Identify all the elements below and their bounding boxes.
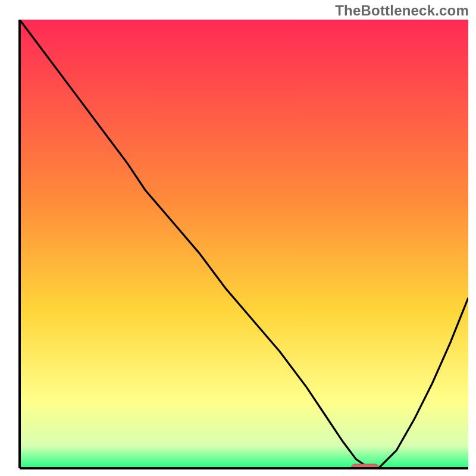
plot-background: [20, 20, 468, 468]
chart-frame: TheBottleneck.com: [0, 0, 476, 476]
bottleneck-chart: [0, 0, 476, 476]
watermark-text: TheBottleneck.com: [335, 2, 469, 19]
